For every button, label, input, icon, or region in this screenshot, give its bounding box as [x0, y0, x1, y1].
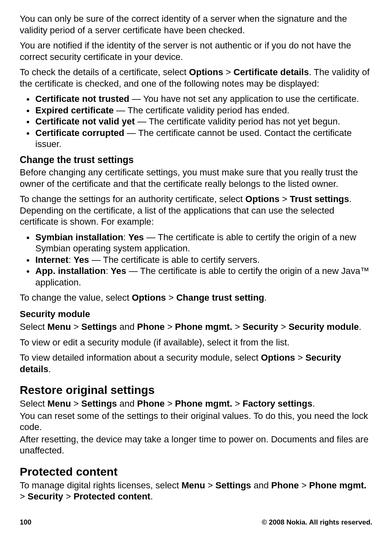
- term-value: Yes: [128, 232, 144, 242]
- separator: >: [166, 292, 176, 303]
- text: To manage digital rights licenses, selec…: [20, 480, 182, 490]
- menu-path-item: Options: [261, 352, 295, 363]
- list-item: Certificate not trusted — You have not s…: [35, 93, 372, 105]
- paragraph: You can reset some of the settings to th…: [20, 410, 372, 433]
- separator: >: [71, 398, 81, 409]
- menu-path-item: Menu: [182, 480, 205, 490]
- definition: — The certificate validity period has no…: [135, 116, 340, 127]
- paragraph: Before changing any certificate settings…: [20, 167, 372, 189]
- text: .: [150, 491, 153, 502]
- menu-path-item: Security module: [288, 322, 359, 332]
- text: and: [117, 398, 137, 409]
- list-item: Certificate not valid yet — The certific…: [35, 116, 372, 127]
- separator: >: [223, 67, 233, 77]
- term: App. installation: [35, 266, 106, 276]
- page-footer: 100 © 2008 Nokia. All rights reserved.: [20, 518, 372, 527]
- term-value: Yes: [74, 255, 89, 265]
- separator: >: [165, 322, 175, 332]
- bullet-list: Symbian installation: Yes — The certific…: [20, 232, 372, 288]
- text: To change the settings for an authority …: [20, 194, 245, 204]
- menu-path-item: Certificate details: [233, 67, 309, 77]
- menu-path-item: Phone: [271, 480, 299, 490]
- paragraph: To check the details of a certificate, s…: [20, 67, 372, 89]
- separator: >: [232, 322, 242, 332]
- menu-path-item: Menu: [47, 322, 71, 332]
- text: and: [251, 480, 271, 490]
- paragraph: You are notified if the identity of the …: [20, 40, 372, 62]
- subheading-security-module: Security module: [20, 308, 372, 320]
- text: To view detailed information about a sec…: [20, 352, 261, 363]
- list-item: Internet: Yes — The certificate is able …: [35, 254, 372, 266]
- copyright: © 2008 Nokia. All rights reserved.: [262, 518, 372, 527]
- separator: >: [63, 491, 74, 502]
- separator: >: [71, 322, 81, 332]
- text: To check the details of a certificate, s…: [20, 67, 189, 77]
- paragraph: To view detailed information about a sec…: [20, 352, 372, 375]
- menu-path-item: Factory settings: [242, 398, 312, 409]
- bullet-list: Certificate not trusted — You have not s…: [20, 93, 372, 150]
- definition: — The certificate is able to certify ser…: [89, 255, 260, 265]
- text: :: [106, 266, 111, 276]
- text: Select: [20, 322, 47, 332]
- page-number: 100: [20, 518, 31, 527]
- menu-path-item: Options: [132, 292, 166, 303]
- paragraph: You can only be sure of the correct iden…: [20, 13, 372, 36]
- separator: >: [299, 480, 309, 490]
- term: Symbian installation: [35, 232, 123, 242]
- subheading-trust-settings: Change the trust settings: [20, 154, 372, 166]
- paragraph: Select Menu > Settings and Phone > Phone…: [20, 321, 372, 333]
- menu-path-item: Options: [189, 67, 223, 77]
- text: .: [312, 398, 315, 409]
- paragraph: After resetting, the device may take a l…: [20, 434, 372, 456]
- menu-path-item: Settings: [81, 322, 117, 332]
- menu-path-item: Menu: [47, 398, 71, 409]
- definition: — The certificate validity period has en…: [114, 105, 290, 115]
- section-heading-restore: Restore original settings: [20, 383, 372, 397]
- paragraph: To view or edit a security module (if av…: [20, 337, 372, 348]
- term: Expired certificate: [35, 105, 114, 115]
- separator: >: [279, 194, 290, 204]
- definition: — You have not set any application to us…: [129, 94, 359, 104]
- separator: >: [20, 491, 28, 502]
- menu-path-item: Phone: [137, 322, 165, 332]
- term: Certificate corrupted: [35, 128, 124, 138]
- section-heading-protected: Protected content: [20, 465, 372, 479]
- paragraph: To change the settings for an authority …: [20, 193, 372, 228]
- text: .: [48, 364, 51, 374]
- menu-path-item: Phone mgmt.: [175, 398, 232, 409]
- menu-path-item: Settings: [81, 398, 117, 409]
- separator: >: [295, 352, 305, 363]
- menu-path-item: Phone: [137, 398, 165, 409]
- menu-path-item: Security: [28, 491, 63, 502]
- text: :: [69, 255, 74, 265]
- term: Certificate not valid yet: [35, 116, 135, 127]
- separator: >: [278, 322, 288, 332]
- separator: >: [232, 398, 242, 409]
- paragraph: To change the value, select Options > Ch…: [20, 292, 372, 304]
- list-item: Expired certificate — The certificate va…: [35, 105, 372, 116]
- menu-path-item: Security: [242, 322, 278, 332]
- text: To change the value, select: [20, 292, 132, 303]
- menu-path-item: Settings: [215, 480, 251, 490]
- term: Internet: [35, 255, 69, 265]
- text: .: [264, 292, 267, 303]
- list-item: Symbian installation: Yes — The certific…: [35, 232, 372, 254]
- menu-path-item: Trust settings: [290, 194, 349, 204]
- text: Select: [20, 398, 47, 409]
- paragraph: To manage digital rights licenses, selec…: [20, 480, 372, 502]
- separator: >: [165, 398, 175, 409]
- text: :: [123, 232, 128, 242]
- list-item: App. installation: Yes — The certificate…: [35, 265, 372, 288]
- menu-path-item: Change trust setting: [176, 292, 264, 303]
- separator: >: [205, 480, 215, 490]
- menu-path-item: Phone mgmt.: [175, 322, 232, 332]
- menu-path-item: Protected content: [74, 491, 150, 502]
- text: and: [117, 322, 137, 332]
- menu-path-item: Options: [245, 194, 279, 204]
- paragraph: Select Menu > Settings and Phone > Phone…: [20, 398, 372, 410]
- term: Certificate not trusted: [35, 94, 129, 104]
- list-item: Certificate corrupted — The certificate …: [35, 127, 372, 150]
- text: .: [359, 322, 361, 332]
- menu-path-item: Phone mgmt.: [309, 480, 366, 490]
- term-value: Yes: [111, 266, 126, 276]
